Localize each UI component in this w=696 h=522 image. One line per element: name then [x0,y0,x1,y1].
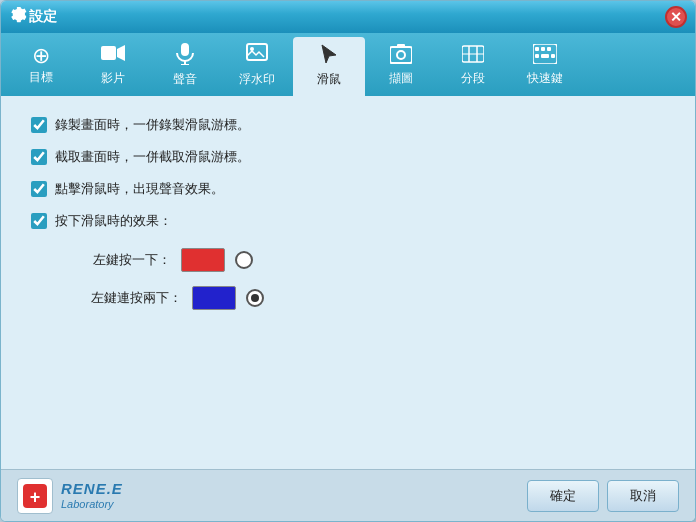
left-single-radio[interactable] [235,251,253,269]
tab-audio[interactable]: 聲音 [149,37,221,96]
checkbox-row-4: 按下滑鼠時的效果： [31,212,665,230]
svg-rect-15 [535,47,539,51]
segment-icon [462,44,484,68]
svg-rect-16 [541,47,545,51]
hotkey-icon [533,44,557,68]
cancel-button[interactable]: 取消 [607,480,679,512]
left-double-radio[interactable] [246,289,264,307]
left-double-radio-dot [251,294,259,302]
color-row-left-single: 左鍵按一下： [91,248,665,272]
checkbox-1[interactable] [31,117,47,133]
gear-icon [9,7,29,27]
checkbox-row-2: 截取畫面時，一併截取滑鼠游標。 [31,148,665,166]
logo-name: RENE.E [61,480,123,498]
tab-hotkey-label: 快速鍵 [527,70,563,87]
target-icon: ⊕ [32,45,50,67]
svg-rect-20 [551,54,555,58]
window-title: 設定 [29,8,665,26]
tab-mouse-label: 滑鼠 [317,71,341,88]
tab-video[interactable]: 影片 [77,37,149,96]
checkbox-4[interactable] [31,213,47,229]
screenshot-icon [390,44,412,68]
svg-rect-18 [535,54,539,58]
logo-icon: + [17,478,53,514]
checkbox-3-label: 點擊滑鼠時，出現聲音效果。 [55,180,224,198]
left-single-label: 左鍵按一下： [91,251,171,269]
svg-text:+: + [30,487,41,507]
watermark-icon [246,43,268,69]
svg-rect-9 [397,44,405,48]
tab-target-label: 目標 [29,69,53,86]
color-options: 左鍵按一下： 左鍵連按兩下： [91,248,665,310]
tab-segment[interactable]: 分段 [437,37,509,96]
mouse-cursor-icon [318,43,340,69]
logo-area: + RENE.E Laboratory [17,478,123,514]
tab-watermark[interactable]: 浮水印 [221,37,293,96]
logo-text: RENE.E Laboratory [61,480,123,511]
tab-segment-label: 分段 [461,70,485,87]
settings-window: 設定 ✕ ⊕ 目標 影片 [0,0,696,522]
button-group: 確定 取消 [527,480,679,512]
tab-watermark-label: 浮水印 [239,71,275,88]
confirm-button[interactable]: 確定 [527,480,599,512]
close-button[interactable]: ✕ [665,6,687,28]
color-row-left-double: 左鍵連按兩下： [91,286,665,310]
svg-point-8 [397,51,405,59]
checkbox-1-label: 錄製畫面時，一併錄製滑鼠游標。 [55,116,250,134]
audio-icon [175,43,195,69]
svg-rect-17 [547,47,551,51]
checkbox-2-label: 截取畫面時，一併截取滑鼠游標。 [55,148,250,166]
checkbox-row-3: 點擊滑鼠時，出現聲音效果。 [31,180,665,198]
left-double-label: 左鍵連按兩下： [91,289,182,307]
tabs-bar: ⊕ 目標 影片 聲音 [1,33,695,96]
checkbox-4-label: 按下滑鼠時的效果： [55,212,172,230]
footer: + RENE.E Laboratory 確定 取消 [1,469,695,521]
logo-sub: Laboratory [61,498,123,511]
tab-screenshot-label: 擷圖 [389,70,413,87]
checkbox-row-1: 錄製畫面時，一併錄製滑鼠游標。 [31,116,665,134]
left-single-color-swatch[interactable] [181,248,225,272]
svg-rect-0 [101,46,116,60]
checkbox-2[interactable] [31,149,47,165]
svg-marker-1 [117,45,125,61]
tab-hotkey[interactable]: 快速鍵 [509,37,581,96]
main-content: 錄製畫面時，一併錄製滑鼠游標。 截取畫面時，一併截取滑鼠游標。 點擊滑鼠時，出現… [1,96,695,469]
tab-mouse[interactable]: 滑鼠 [293,37,365,96]
left-double-color-swatch[interactable] [192,286,236,310]
tab-target[interactable]: ⊕ 目標 [5,37,77,96]
checkbox-3[interactable] [31,181,47,197]
titlebar: 設定 ✕ [1,1,695,33]
svg-rect-2 [181,43,189,56]
svg-rect-7 [390,47,412,63]
tab-video-label: 影片 [101,70,125,87]
tab-screenshot[interactable]: 擷圖 [365,37,437,96]
svg-rect-19 [541,54,549,58]
video-icon [101,44,125,68]
tab-audio-label: 聲音 [173,71,197,88]
